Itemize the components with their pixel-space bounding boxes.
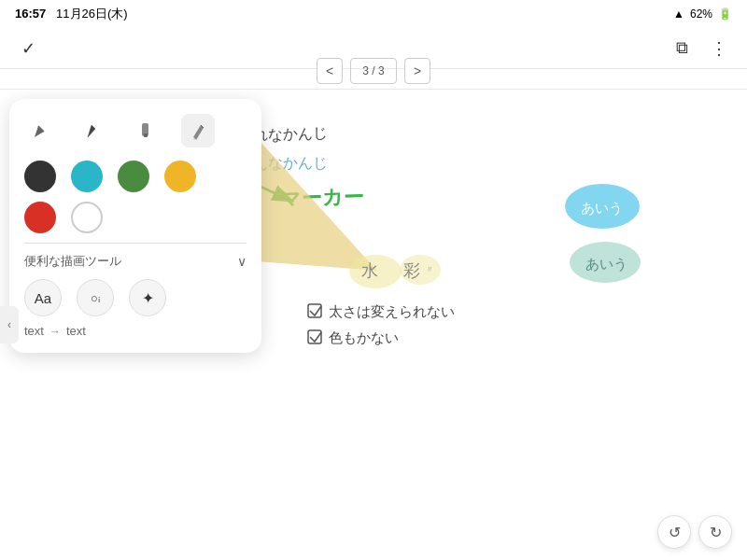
text-transform-from: text xyxy=(24,324,44,338)
svg-text:〃: 〃 xyxy=(425,264,434,274)
color-white[interactable] xyxy=(71,202,103,233)
svg-text:水: 水 xyxy=(361,261,378,280)
color-row-2 xyxy=(24,202,247,233)
text-transform-to: text xyxy=(66,324,86,338)
battery-icon: 🔋 xyxy=(718,7,732,21)
convenient-tools-header[interactable]: 便利な描画ツール ∨ xyxy=(24,253,247,270)
text-transform-arrow: → xyxy=(49,325,61,338)
convenient-tools-label: 便利な描画ツール xyxy=(24,253,121,270)
thin-pen-tool-button[interactable] xyxy=(77,114,110,147)
svg-text:マーカー: マーカー xyxy=(279,185,364,211)
canvas-area[interactable]: ‹ これなかんじ こんなかんじ xyxy=(0,90,747,560)
undo-redo-controls: ↺ ↻ xyxy=(657,515,732,549)
page-nav: < 3 / 3 > xyxy=(0,52,747,90)
sidebar-toggle-icon: ‹ xyxy=(7,318,11,331)
pen-tool-button[interactable] xyxy=(24,114,58,147)
sidebar-toggle[interactable]: ‹ xyxy=(0,306,19,343)
svg-text:あいう: あいう xyxy=(581,200,623,216)
color-red[interactable] xyxy=(24,202,56,233)
svg-rect-18 xyxy=(144,133,148,137)
status-right: ▲ 62% 🔋 xyxy=(673,7,732,21)
marker-tool-button[interactable] xyxy=(129,114,162,147)
text-tool-label: Aa xyxy=(35,290,51,306)
eyedropper-icon: ✦ xyxy=(142,289,154,307)
color-yellow[interactable] xyxy=(164,161,196,192)
tool-row xyxy=(24,114,247,147)
color-teal[interactable] xyxy=(71,161,103,192)
color-green[interactable] xyxy=(118,161,149,192)
pencil-tool-button[interactable] xyxy=(181,114,215,147)
text-transform: text → text xyxy=(24,324,247,338)
text-tool-button[interactable]: Aa xyxy=(24,279,62,316)
drawing-panel: 便利な描画ツール ∨ Aa ○ᵢ ✦ text → text xyxy=(9,99,261,353)
eyedropper-tool-button[interactable]: ✦ xyxy=(129,279,166,316)
battery-text: 62% xyxy=(690,7,712,21)
page-indicator: 3 / 3 xyxy=(350,58,397,84)
panel-divider xyxy=(24,243,247,244)
svg-text:色もかない: 色もかない xyxy=(329,329,399,345)
color-black[interactable] xyxy=(24,161,56,192)
shape-tool-button[interactable]: ○ᵢ xyxy=(77,279,114,316)
next-page-button[interactable]: > xyxy=(404,58,430,84)
chevron-down-icon: ∨ xyxy=(237,254,247,269)
svg-text:彩: 彩 xyxy=(403,261,420,280)
status-date: 11月26日(木) xyxy=(56,7,128,21)
bottom-tool-row: Aa ○ᵢ ✦ xyxy=(24,279,247,316)
undo-button[interactable]: ↺ xyxy=(657,515,691,549)
status-left: 16:57 11月26日(木) xyxy=(15,6,128,22)
svg-text:太さは変えられない: 太さは変えられない xyxy=(329,303,455,319)
wifi-icon: ▲ xyxy=(673,7,684,21)
svg-text:あいう: あいう xyxy=(585,256,627,272)
prev-page-button[interactable]: < xyxy=(317,58,343,84)
redo-button[interactable]: ↻ xyxy=(698,515,732,549)
status-time: 16:57 xyxy=(15,7,46,21)
color-row-1 xyxy=(24,161,247,192)
shape-tool-label: ○ᵢ xyxy=(91,291,100,305)
status-bar: 16:57 11月26日(木) ▲ 62% 🔋 xyxy=(0,0,747,28)
